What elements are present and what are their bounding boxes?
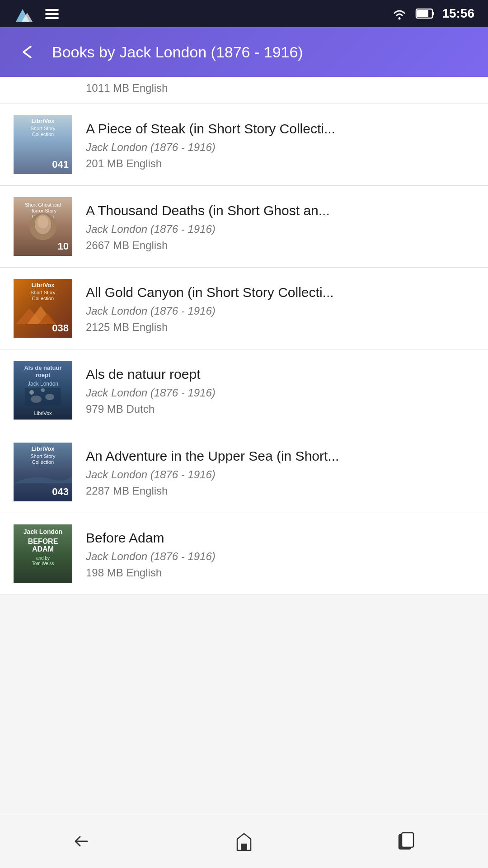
book-author-before-adam: Jack London (1876 - 1916) [86,550,474,563]
battery-icon [415,5,435,23]
book-item-piece-of-steak[interactable]: LibriVox Short StoryCollection 041 A Pie… [0,104,488,186]
book-title-all-gold-canyon: All Gold Canyon (in Short Story Collecti… [86,283,474,301]
book-list-container: LibriVox Short StoryCollection 041 A Pie… [0,104,488,595]
book-cover-thousand-deaths: Short Ghost andHorror StoryCollection 10 [14,197,72,256]
svg-rect-3 [45,13,59,15]
svg-rect-2 [45,9,59,11]
svg-point-18 [41,388,45,392]
book-item-als-de-natuur[interactable]: Als de natuurroept Jack London LibriVox … [0,349,488,431]
book-title-als-de-natuur: Als de natuur roept [86,365,474,383]
svg-rect-7 [432,12,434,15]
book-item-adventure-upper-sea[interactable]: LibriVox Short StoryCollection 043 An Ad… [0,431,488,513]
book-cover-all-gold-canyon: LibriVox Short StoryCollection 038 [14,279,72,338]
book-title-thousand-deaths: A Thousand Deaths (in Short Ghost an... [86,202,474,219]
svg-point-10 [38,216,48,228]
book-author-all-gold-canyon: Jack London (1876 - 1916) [86,305,474,317]
book-cover-piece-of-steak: LibriVox Short StoryCollection 041 [14,115,72,174]
book-list: 1011 MB English LibriVox Short StoryColl… [0,77,488,595]
nav-back-icon [70,830,93,853]
svg-point-15 [31,396,42,403]
svg-point-17 [29,390,34,395]
book-title-before-adam: Before Adam [86,529,474,547]
book-meta-before-adam: 198 MB English [86,566,474,579]
book-info-thousand-deaths: A Thousand Deaths (in Short Ghost an...J… [86,202,474,252]
status-bar: 15:56 [0,0,488,27]
svg-point-5 [399,18,401,20]
nav-recent-button[interactable] [389,823,425,859]
book-author-thousand-deaths: Jack London (1876 - 1916) [86,223,474,236]
book-cover-before-adam: Jack London BEFOREADAM and byTom Weiss [14,524,72,583]
nav-back-button[interactable] [63,823,99,859]
book-author-als-de-natuur: Jack London (1876 - 1916) [86,387,474,399]
svg-rect-21 [402,833,413,847]
nav-recent-icon [395,830,418,853]
book-cover-adventure-upper-sea: LibriVox Short StoryCollection 043 [14,443,72,501]
status-bar-right: 15:56 [390,5,474,23]
book-meta-adventure-upper-sea: 2287 MB English [86,485,474,497]
book-info-piece-of-steak: A Piece of Steak (in Short Story Collect… [86,120,474,170]
partial-book-item[interactable]: 1011 MB English [0,77,488,104]
app-icon [14,5,36,23]
book-info-all-gold-canyon: All Gold Canyon (in Short Story Collecti… [86,283,474,334]
book-title-adventure-upper-sea: An Adventure in the Upper Sea (in Short.… [86,447,474,465]
book-item-thousand-deaths[interactable]: Short Ghost andHorror StoryCollection 10… [0,186,488,268]
book-meta-thousand-deaths: 2667 MB English [86,239,474,252]
bottom-nav [0,814,488,868]
book-meta-all-gold-canyon: 2125 MB English [86,321,474,334]
book-cover-als-de-natuur: Als de natuurroept Jack London LibriVox [14,361,72,420]
app-bar-title: Books by Jack London (1876 - 1916) [52,43,474,61]
book-item-before-adam[interactable]: Jack London BEFOREADAM and byTom Weiss B… [0,513,488,595]
svg-rect-8 [417,10,428,17]
book-meta-als-de-natuur: 979 MB Dutch [86,403,474,415]
book-info-before-adam: Before AdamJack London (1876 - 1916)198 … [86,529,474,579]
nav-home-button[interactable] [226,823,262,859]
book-info-als-de-natuur: Als de natuur roeptJack London (1876 - 1… [86,365,474,415]
book-meta-piece-of-steak: 201 MB English [86,157,474,170]
book-author-adventure-upper-sea: Jack London (1876 - 1916) [86,468,474,481]
nav-home-icon [233,830,255,853]
app-bar: Books by Jack London (1876 - 1916) [0,27,488,77]
book-info-adventure-upper-sea: An Adventure in the Upper Sea (in Short.… [86,447,474,497]
status-icons-left [14,5,61,23]
wifi-icon [390,5,408,23]
partial-book-meta: 1011 MB English [86,82,168,94]
status-time: 15:56 [442,6,474,21]
book-title-piece-of-steak: A Piece of Steak (in Short Story Collect… [86,120,474,137]
book-item-all-gold-canyon[interactable]: LibriVox Short StoryCollection 038 All G… [0,268,488,349]
book-author-piece-of-steak: Jack London (1876 - 1916) [86,141,474,154]
notification-icon [43,5,61,23]
back-button[interactable] [14,38,41,66]
svg-rect-4 [45,17,59,19]
svg-rect-19 [241,844,247,850]
svg-point-16 [45,394,54,400]
